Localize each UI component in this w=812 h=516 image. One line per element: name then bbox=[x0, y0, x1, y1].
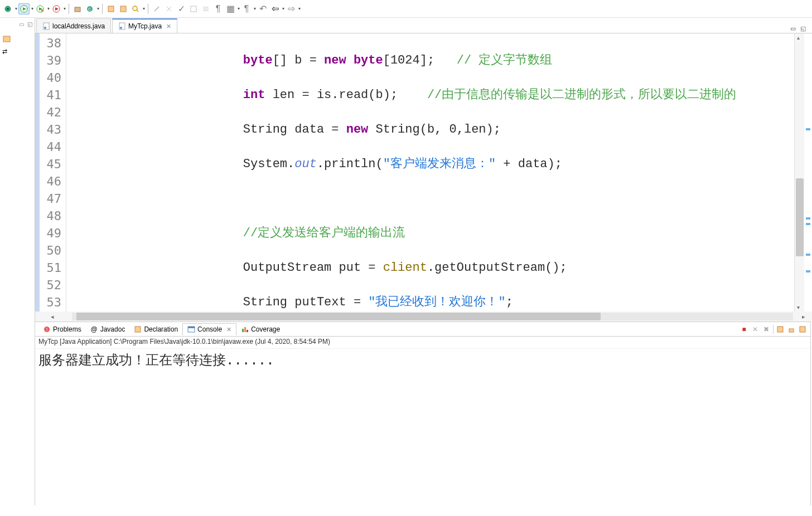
left-gutter: ▭ ◱ ⇄ bbox=[0, 18, 35, 322]
line-number: 44 bbox=[40, 138, 61, 155]
javadoc-icon: @ bbox=[90, 325, 98, 333]
java-file-icon bbox=[118, 22, 126, 30]
change-marker-bar bbox=[35, 33, 40, 311]
svg-rect-28 bbox=[135, 327, 141, 332]
svg-rect-34 bbox=[777, 327, 783, 332]
nav-back-icon[interactable]: ⇦ bbox=[269, 3, 281, 14]
hierarchy-icon[interactable]: ⇄ bbox=[2, 48, 32, 55]
line-number: 43 bbox=[40, 121, 61, 138]
code-content[interactable]: byte[] b = new byte[1024]; // 定义字节数组 int… bbox=[66, 33, 794, 311]
coverage-icon[interactable] bbox=[35, 3, 46, 14]
run-last-icon[interactable] bbox=[51, 3, 62, 14]
maximize-icon[interactable]: ◱ bbox=[799, 24, 808, 33]
dropdown-icon[interactable]: ▾ bbox=[254, 6, 256, 11]
remove-launch-icon[interactable]: ✕ bbox=[751, 325, 760, 334]
dropdown-icon[interactable]: ▾ bbox=[64, 6, 66, 11]
svg-rect-13 bbox=[120, 6, 126, 12]
line-number: 38 bbox=[40, 35, 61, 52]
vertical-scrollbar[interactable]: ▴ ▾ bbox=[794, 33, 804, 311]
minimize-view-icon[interactable]: ▭ bbox=[19, 21, 24, 27]
run-icon[interactable] bbox=[18, 3, 30, 14]
line-number: 42 bbox=[40, 104, 61, 121]
tab-declaration[interactable]: Declaration bbox=[129, 324, 182, 335]
pilcrow-icon[interactable]: ¶ bbox=[212, 3, 224, 14]
minimize-icon[interactable]: ▭ bbox=[789, 24, 798, 33]
align-icon[interactable] bbox=[200, 3, 211, 14]
package-explorer-icon[interactable] bbox=[2, 35, 32, 46]
line-number: 47 bbox=[40, 190, 61, 207]
svg-rect-17 bbox=[191, 6, 196, 12]
tab-label: MyTcp.java bbox=[128, 22, 162, 30]
main-toolbar: ▾ ▾ ▾ ▾ C ▾ ▾ ✓ ¶ ▦ ▾ ¶ ▾ ↶ ⇦ ▾ ⇨ ▾ bbox=[0, 0, 812, 18]
dropdown-icon[interactable]: ▾ bbox=[238, 6, 240, 11]
remove-all-icon[interactable]: ✖ bbox=[762, 325, 771, 334]
terminate-icon[interactable]: ■ bbox=[740, 325, 748, 334]
tab-localaddress[interactable]: localAddress.java bbox=[36, 18, 111, 33]
nav-fwd-icon[interactable]: ⇨ bbox=[286, 3, 297, 14]
dropdown-icon[interactable]: ▾ bbox=[31, 6, 33, 11]
scroll-lock-icon[interactable] bbox=[787, 325, 796, 334]
svg-point-25 bbox=[120, 27, 122, 29]
dropdown-icon[interactable]: ▾ bbox=[47, 6, 50, 11]
console-output[interactable]: 服务器建立成功！正在等待连接...... bbox=[35, 349, 810, 505]
wand-icon[interactable] bbox=[151, 3, 162, 14]
mark-icon[interactable]: ✓ bbox=[176, 3, 187, 14]
debug-icon[interactable] bbox=[2, 3, 13, 14]
svg-rect-36 bbox=[800, 327, 805, 332]
pin-console-icon[interactable] bbox=[798, 325, 807, 334]
line-number: 39 bbox=[40, 52, 61, 69]
console-icon bbox=[187, 325, 195, 333]
dropdown-icon[interactable]: ▾ bbox=[143, 6, 145, 11]
line-number: 48 bbox=[40, 207, 61, 225]
editor-controls: ▭ ◱ bbox=[789, 24, 812, 33]
clear-console-icon[interactable] bbox=[776, 325, 785, 334]
dropdown-icon[interactable]: ▾ bbox=[282, 6, 284, 11]
svg-rect-32 bbox=[244, 327, 246, 332]
bottom-panel: ! Problems @ Javadoc Declaration Console… bbox=[35, 322, 811, 505]
separator bbox=[148, 4, 148, 14]
format-icon[interactable] bbox=[188, 3, 199, 14]
open-type-icon[interactable] bbox=[105, 3, 117, 14]
tab-javadoc[interactable]: @ Javadoc bbox=[86, 324, 130, 335]
search-icon[interactable] bbox=[118, 3, 129, 14]
code-area[interactable]: 38 39 40 41 42 43 44 45 46 47 48 49 50 5… bbox=[35, 33, 812, 311]
line-number: 50 bbox=[40, 242, 61, 259]
skip-icon[interactable] bbox=[163, 3, 175, 14]
line-number: 52 bbox=[40, 276, 61, 294]
back-icon[interactable]: ↶ bbox=[257, 3, 268, 14]
svg-text:!: ! bbox=[46, 327, 48, 332]
para-icon[interactable]: ¶ bbox=[241, 3, 252, 14]
tab-console[interactable]: Console ✕ bbox=[182, 323, 236, 335]
new-package-icon[interactable] bbox=[72, 3, 83, 14]
horizontal-scrollbar[interactable]: ◂ ▸ bbox=[35, 311, 812, 322]
svg-rect-21 bbox=[3, 36, 10, 42]
search-icon-2[interactable] bbox=[130, 3, 141, 14]
line-number: 51 bbox=[40, 259, 61, 276]
svg-rect-9 bbox=[75, 7, 80, 12]
dropdown-icon[interactable]: ▾ bbox=[97, 6, 99, 11]
hscroll-thumb[interactable] bbox=[76, 313, 601, 320]
tab-problems[interactable]: ! Problems bbox=[38, 324, 86, 335]
line-number: 40 bbox=[40, 69, 61, 86]
restore-view-icon[interactable]: ◱ bbox=[27, 21, 32, 27]
close-icon[interactable]: ✕ bbox=[166, 23, 171, 30]
close-icon[interactable]: ✕ bbox=[226, 326, 231, 333]
tab-mytcp[interactable]: MyTcp.java ✕ bbox=[112, 18, 177, 33]
overview-ruler[interactable] bbox=[804, 33, 812, 311]
dropdown-icon[interactable]: ▾ bbox=[298, 6, 301, 11]
scroll-thumb[interactable] bbox=[796, 178, 804, 256]
new-class-icon[interactable]: C bbox=[84, 3, 95, 14]
separator bbox=[102, 4, 103, 14]
tab-coverage[interactable]: Coverage bbox=[236, 324, 284, 335]
console-toolbar: ■ ✕ ✖ bbox=[740, 325, 810, 334]
svg-point-1 bbox=[7, 8, 9, 10]
svg-line-15 bbox=[137, 10, 138, 12]
line-number: 53 bbox=[40, 294, 61, 311]
svg-text:C: C bbox=[88, 7, 91, 12]
block-icon[interactable]: ▦ bbox=[225, 3, 236, 14]
line-number-gutter: 38 39 40 41 42 43 44 45 46 47 48 49 50 5… bbox=[40, 33, 66, 311]
svg-rect-35 bbox=[789, 329, 794, 332]
line-number: 41 bbox=[40, 86, 61, 104]
java-file-icon bbox=[42, 22, 50, 30]
dropdown-icon[interactable]: ▾ bbox=[15, 6, 17, 11]
